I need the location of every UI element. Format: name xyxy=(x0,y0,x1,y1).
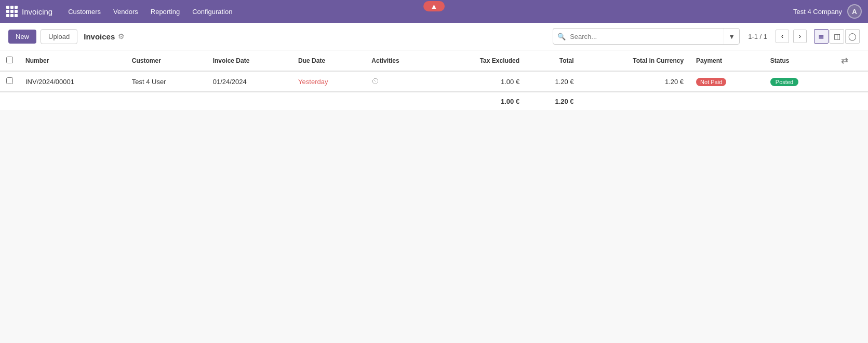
totals-status-spacer xyxy=(764,92,835,111)
page-title-area: Invoices ⚙ xyxy=(84,32,125,41)
cell-tax-excluded: 1.00 € xyxy=(435,71,526,92)
table-header-row: Number Customer Invoice Date Due Date Ac… xyxy=(0,50,868,71)
totals-number-spacer xyxy=(19,92,126,111)
upload-button[interactable]: Upload xyxy=(41,29,77,44)
avatar[interactable]: A xyxy=(847,4,862,19)
navbar: Invoicing Customers Vendors Reporting Co… xyxy=(0,0,868,23)
totals-total: 1.20 € xyxy=(526,92,580,111)
cell-activities: ⏲ xyxy=(365,71,435,92)
not-paid-badge: Not Paid xyxy=(696,78,726,86)
cell-extra xyxy=(835,71,868,92)
search-dropdown-button[interactable]: ▼ xyxy=(724,29,739,44)
header-due-date[interactable]: Due Date xyxy=(292,50,365,71)
toolbar: New Upload Invoices ⚙ 🔍 ▼ 1-1 / 1 ‹ › ≣ … xyxy=(0,23,868,50)
invoices-table: Number Customer Invoice Date Due Date Ac… xyxy=(0,50,868,111)
header-tax-excluded[interactable]: Tax Excluded xyxy=(435,50,526,71)
cell-status: Posted xyxy=(764,71,835,92)
totals-checkbox-spacer xyxy=(0,92,19,111)
header-total[interactable]: Total xyxy=(526,50,580,71)
prev-page-button[interactable]: ‹ xyxy=(776,30,789,43)
gear-icon[interactable]: ⚙ xyxy=(118,32,125,40)
totals-currency-spacer xyxy=(580,92,690,111)
nav-customers[interactable]: Customers xyxy=(63,5,106,19)
cell-invoice-date: 01/24/2024 xyxy=(207,71,292,92)
header-payment[interactable]: Payment xyxy=(690,50,764,71)
cell-payment: Not Paid xyxy=(690,71,764,92)
company-name: Test 4 Company xyxy=(793,8,842,16)
activity-clock-icon[interactable]: ⏲ xyxy=(371,77,380,86)
header-activities[interactable]: Activities xyxy=(365,50,435,71)
totals-payment-spacer xyxy=(690,92,764,111)
posted-badge: Posted xyxy=(770,78,798,86)
header-number[interactable]: Number xyxy=(19,50,126,71)
column-adjust-icon[interactable]: ⇄ xyxy=(841,56,848,65)
next-page-button[interactable]: › xyxy=(793,30,807,43)
pagination-info: 1-1 / 1 xyxy=(748,33,767,40)
nav-reporting[interactable]: Reporting xyxy=(145,5,185,19)
new-button[interactable]: New xyxy=(8,30,36,44)
navbar-right: Test 4 Company A xyxy=(793,4,862,19)
header-total-currency[interactable]: Total in Currency xyxy=(580,50,690,71)
table-row[interactable]: INV/2024/00001 Test 4 User 01/24/2024 Ye… xyxy=(0,71,868,92)
cell-total-currency: 1.20 € xyxy=(580,71,690,92)
cell-total: 1.20 € xyxy=(526,71,580,92)
header-status[interactable]: Status xyxy=(764,50,835,71)
search-icon: 🔍 xyxy=(553,33,570,40)
nav-configuration[interactable]: Configuration xyxy=(187,5,237,19)
totals-customer-spacer xyxy=(126,92,207,111)
app-name: Invoicing xyxy=(22,7,52,16)
list-view-button[interactable]: ≣ xyxy=(814,29,829,44)
header-col-adjust: ⇄ xyxy=(835,50,868,71)
totals-extra-spacer xyxy=(835,92,868,111)
notification-icon: ▲ xyxy=(431,2,438,10)
grid-icon xyxy=(6,6,18,17)
search-input[interactable] xyxy=(570,33,724,40)
clock-view-button[interactable]: ◯ xyxy=(845,29,860,44)
cell-number: INV/2024/00001 xyxy=(19,71,126,92)
select-all-checkbox[interactable] xyxy=(6,57,13,63)
totals-activities-spacer xyxy=(365,92,435,111)
page-title: Invoices xyxy=(84,32,115,41)
view-buttons: ≣ ◫ ◯ xyxy=(814,29,860,44)
cell-customer: Test 4 User xyxy=(126,71,207,92)
totals-invoice-date-spacer xyxy=(207,92,292,111)
cell-due-date: Yesterday xyxy=(292,71,365,92)
totals-due-date-spacer xyxy=(292,92,365,111)
header-checkbox-cell xyxy=(0,50,19,71)
nav-vendors[interactable]: Vendors xyxy=(108,5,143,19)
header-customer[interactable]: Customer xyxy=(126,50,207,71)
totals-row: 1.00 € 1.20 € xyxy=(0,92,868,111)
search-container: 🔍 ▼ xyxy=(553,28,740,45)
table-container: Number Customer Invoice Date Due Date Ac… xyxy=(0,50,868,111)
totals-tax-excluded: 1.00 € xyxy=(435,92,526,111)
kanban-view-button[interactable]: ◫ xyxy=(830,29,844,44)
header-invoice-date[interactable]: Invoice Date xyxy=(207,50,292,71)
row-checkbox[interactable] xyxy=(6,77,13,84)
row-checkbox-cell xyxy=(0,71,19,92)
navbar-brand[interactable]: Invoicing xyxy=(6,6,52,17)
notification-bar[interactable]: ▲ xyxy=(423,1,445,11)
